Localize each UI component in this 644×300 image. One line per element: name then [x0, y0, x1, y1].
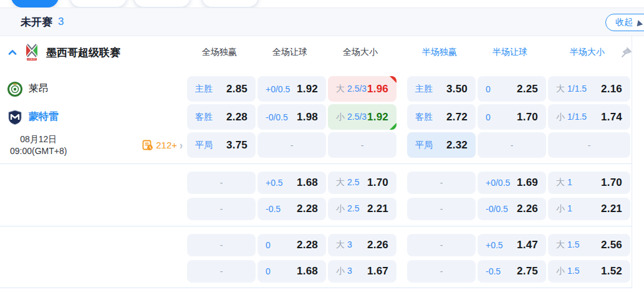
section-title: 未开赛 — [21, 15, 52, 29]
odds-cell-empty: - — [407, 198, 476, 220]
odds-down-corner-icon — [390, 123, 396, 130]
odds-cell[interactable]: -0/0.5 1.98 — [257, 104, 326, 130]
odds-cell[interactable]: 大3 2.26 — [328, 234, 396, 256]
odds-cell[interactable]: +0/0.5 1.69 — [478, 172, 546, 194]
odds-block-2: - +0.5 1.68 大2.5 1.70 - +0/0.5 1.69 大1 1… — [0, 164, 632, 220]
board-bottom-border — [0, 288, 632, 288]
odds-cell[interactable]: 平局 3.75 — [187, 132, 256, 158]
col-header-half-handicap[interactable]: 半场让球 — [476, 47, 544, 58]
odds-block-3: - 0 2.28 大3 2.26 - +0.5 1.47 大1.5 2.56 - — [0, 226, 632, 283]
tab-3[interactable] — [133, 0, 191, 7]
odds-row: - 0 1.68 小3 1.67 - -0.5 2.75 小1.5 1.52 — [0, 260, 632, 283]
away-team-name: 蒙特雷 — [29, 110, 59, 123]
odds-cell[interactable]: 小1.5 1.52 — [548, 260, 630, 283]
league-header-row[interactable]: LIGA MX 墨西哥超级联赛 全场独赢 全场让球 全场大小 半场独赢 半场让球… — [0, 36, 632, 69]
odds-row: - -0.5 2.28 小2.5 2.21 - -0/0.5 2.26 小1 2… — [0, 198, 632, 220]
odds-cell-highlighted[interactable]: 平局 2.32 — [407, 132, 476, 158]
away-team-crest-icon — [7, 110, 22, 125]
odds-cell[interactable]: -0.5 2.28 — [257, 198, 326, 220]
col-header-half-ou[interactable]: 半场大小 — [546, 47, 628, 58]
odds-cell-empty: - — [478, 132, 546, 158]
section-header: 未开赛 3 收起 — [0, 8, 644, 36]
odds-cell-empty: - — [407, 172, 476, 194]
odds-cell[interactable]: 大1/1.5 2.16 — [548, 76, 630, 102]
odds-cell[interactable]: +0/0.5 1.92 — [257, 76, 326, 102]
odds-cell[interactable]: 客胜 2.28 — [187, 104, 256, 130]
odds-cell[interactable]: 0 2.28 — [257, 234, 326, 256]
tab-2[interactable] — [70, 0, 127, 7]
odds-cell-empty: - — [328, 132, 396, 158]
chevron-up-icon[interactable] — [7, 47, 17, 57]
match-datetime: 08月12日 09:00(GMT+8) — [10, 133, 67, 157]
odds-row: - +0.5 1.68 大2.5 1.70 - +0/0.5 1.69 大1 1… — [0, 172, 632, 194]
odds-cell-trend-down[interactable]: 小2.5/3 1.92 — [328, 104, 396, 130]
odds-cell[interactable]: 小2.5 2.21 — [328, 198, 396, 220]
odds-cell[interactable]: 大1.5 2.56 — [548, 234, 630, 256]
odds-cell[interactable]: 0 1.70 — [478, 104, 546, 130]
league-logo: LIGA MX — [24, 44, 40, 61]
odds-cell[interactable]: -0/0.5 2.26 — [478, 198, 546, 220]
more-markets-link[interactable]: 212+ › — [142, 140, 183, 151]
odds-block-main: 莱昂 主胜 2.85 +0/0.5 1.92 大2.5/3 1.96 主胜 3.… — [0, 69, 632, 158]
odds-cell[interactable]: -0.5 2.75 — [478, 260, 546, 283]
odds-cell-empty: - — [407, 234, 476, 256]
league-board: LIGA MX 墨西哥超级联赛 全场独赢 全场让球 全场大小 半场独赢 半场让球… — [0, 36, 632, 288]
chevron-right-icon: › — [180, 138, 183, 152]
odds-cell[interactable]: 0 2.25 — [478, 76, 546, 102]
match-date: 08月12日 — [10, 133, 67, 145]
odds-cell[interactable]: 客胜 2.72 — [407, 104, 476, 130]
odds-cell-empty: - — [187, 234, 256, 256]
odds-cell-empty: - — [548, 132, 630, 158]
home-team-crest-icon — [7, 82, 22, 97]
odds-cell[interactable]: 大2.5 1.70 — [328, 172, 396, 194]
tab-4[interactable] — [201, 0, 259, 7]
top-tab-strip — [0, 0, 644, 8]
odds-cell[interactable]: 主胜 2.85 — [187, 76, 256, 102]
odds-cell[interactable]: 0 1.68 — [257, 260, 326, 283]
svg-text:LIGA MX: LIGA MX — [27, 58, 36, 60]
collapse-button[interactable]: 收起 — [605, 14, 644, 31]
markets-count: 212+ — [156, 140, 177, 150]
col-header-full-ou: 全场大小 — [326, 47, 395, 58]
col-header-half-win[interactable]: 半场独赢 — [405, 47, 474, 58]
collapse-label: 收起 — [615, 17, 633, 28]
match-time: 09:00(GMT+8) — [10, 145, 67, 157]
league-name: 墨西哥超级联赛 — [46, 46, 120, 60]
odds-cell[interactable]: 小1 2.21 — [548, 198, 630, 220]
odds-cell[interactable]: 大1 1.70 — [548, 172, 630, 194]
odds-row: - 0 2.28 大3 2.26 - +0.5 1.47 大1.5 2.56 — [0, 234, 632, 256]
odds-cell[interactable]: +0.5 1.68 — [257, 172, 326, 194]
odds-cell-empty: - — [187, 172, 256, 194]
col-header-full-handicap: 全场让球 — [256, 47, 324, 58]
odds-row-draw: 08月12日 09:00(GMT+8) 212+ › 平局 — [0, 132, 632, 158]
odds-cell[interactable]: +0.5 1.47 — [478, 234, 546, 256]
odds-row-away: 蒙特雷 客胜 2.28 -0/0.5 1.98 小2.5/3 1.92 客胜 2… — [0, 104, 632, 130]
odds-row-home: 莱昂 主胜 2.85 +0/0.5 1.92 大2.5/3 1.96 主胜 3.… — [0, 76, 632, 102]
odds-cell[interactable]: 主胜 3.50 — [407, 76, 476, 102]
odds-cell-empty: - — [257, 132, 326, 158]
pin-icon[interactable] — [622, 47, 633, 57]
odds-up-corner-icon — [390, 76, 396, 83]
col-header-full-win: 全场独赢 — [185, 47, 254, 58]
odds-cell[interactable]: 小3 1.67 — [328, 260, 396, 283]
section-count: 3 — [58, 16, 64, 28]
tab-active[interactable] — [11, 0, 59, 7]
markets-clock-icon — [142, 140, 153, 151]
odds-cell-empty: - — [407, 260, 476, 283]
odds-cell-empty: - — [187, 260, 256, 283]
odds-cell[interactable]: 小1/1.5 1.74 — [548, 104, 630, 130]
collapse-triangle-icon — [635, 19, 643, 26]
odds-cell-empty: - — [187, 198, 256, 220]
odds-cell-trend-up[interactable]: 大2.5/3 1.96 — [328, 76, 396, 102]
home-team-name: 莱昂 — [29, 82, 49, 95]
